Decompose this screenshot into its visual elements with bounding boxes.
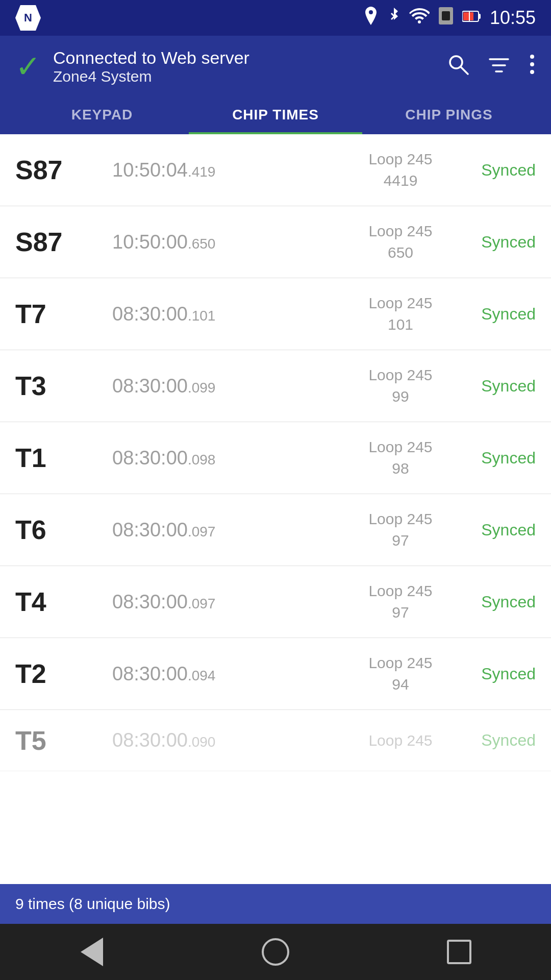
table-row: T6 08:30:00.097 Loop 24597 Synced <box>0 494 551 566</box>
time-main: 10:50:00 <box>112 231 188 253</box>
header-actions <box>447 53 536 81</box>
more-options-icon[interactable] <box>529 53 536 81</box>
location-icon <box>363 7 379 29</box>
bib-col: T7 <box>15 299 107 329</box>
table-row: S87 10:50:00.650 Loop 245650 Synced <box>0 206 551 278</box>
bib-col: T6 <box>15 514 107 545</box>
time-col: 08:30:00.098 <box>107 447 347 469</box>
nav-bar <box>0 924 551 980</box>
svg-point-13 <box>530 62 534 66</box>
time-ms: .094 <box>188 668 216 683</box>
tab-chip-times[interactable]: CHIP TIMES <box>189 95 362 134</box>
time-main: 08:30:00 <box>112 375 188 397</box>
nav-recent-button[interactable] <box>439 932 480 972</box>
tab-keypad[interactable]: KEYPAD <box>15 95 189 134</box>
table-row: T4 08:30:00.097 Loop 24597 Synced <box>0 566 551 638</box>
time-main: 08:30:00 <box>112 729 188 751</box>
time-main: 08:30:00 <box>112 303 188 325</box>
loop-col: Loop 24599 <box>347 364 454 407</box>
app-logo: N <box>15 5 41 31</box>
connection-status-text: Connected to Web server <box>53 48 249 68</box>
bib-col: T2 <box>15 658 107 689</box>
sync-status: Synced <box>454 161 536 180</box>
time-ms: .090 <box>188 734 216 750</box>
system-name: Zone4 System <box>53 68 249 85</box>
time-col: 08:30:00.090 <box>107 729 347 751</box>
table-row: S87 10:50:04.419 Loop 2454419 Synced <box>0 134 551 206</box>
sync-status: Synced <box>454 593 536 611</box>
bib-col: T3 <box>15 371 107 401</box>
bib-col: T4 <box>15 586 107 617</box>
time-col: 08:30:00.094 <box>107 663 347 685</box>
time-col: 10:50:00.650 <box>107 231 347 253</box>
header-left: ✓ Connected to Web server Zone4 System <box>15 48 249 85</box>
loop-col: Loop 245101 <box>347 292 454 335</box>
status-bar: N <box>0 0 551 36</box>
svg-point-14 <box>530 70 534 74</box>
svg-rect-1 <box>442 11 450 20</box>
nav-home-button[interactable] <box>255 932 296 972</box>
table-container: S87 10:50:04.419 Loop 2454419 Synced S87… <box>0 134 551 884</box>
sync-status: Synced <box>454 449 536 468</box>
time-main: 08:30:00 <box>112 447 188 469</box>
summary-text: 9 times (8 unique bibs) <box>15 895 170 912</box>
status-bar-right: 10:55 <box>363 7 536 29</box>
bluetooth-icon <box>388 7 400 29</box>
loop-col: Loop 24597 <box>347 580 454 623</box>
svg-point-12 <box>530 55 534 59</box>
time-main: 08:30:00 <box>112 663 188 684</box>
table-row: T1 08:30:00.098 Loop 24598 Synced <box>0 422 551 494</box>
bib-col: S87 <box>15 155 107 185</box>
loop-col: Loop 24597 <box>347 508 454 551</box>
battery-icon <box>462 9 481 28</box>
bib-col: T1 <box>15 443 107 473</box>
time-main: 10:50:04 <box>112 159 188 181</box>
table-row: T2 08:30:00.094 Loop 24594 Synced <box>0 638 551 710</box>
search-icon[interactable] <box>447 53 469 81</box>
time-col: 08:30:00.099 <box>107 375 347 397</box>
time-ms: .097 <box>188 524 216 540</box>
time-col: 10:50:04.419 <box>107 159 347 181</box>
loop-col: Loop 245650 <box>347 220 454 263</box>
svg-rect-3 <box>479 14 481 19</box>
sync-status: Synced <box>454 233 536 252</box>
home-icon <box>262 938 289 966</box>
loop-col: Loop 24598 <box>347 436 454 479</box>
loop-col: Loop 24594 <box>347 652 454 695</box>
sync-status: Synced <box>454 521 536 540</box>
sim-icon <box>439 7 453 29</box>
time-ms: .101 <box>188 308 216 324</box>
wifi-icon <box>409 8 430 28</box>
status-time: 10:55 <box>490 7 536 29</box>
time-ms: .419 <box>188 164 216 180</box>
time-ms: .097 <box>188 596 216 611</box>
sync-status: Synced <box>454 305 536 324</box>
status-bar-left: N <box>15 5 41 31</box>
header-text: Connected to Web server Zone4 System <box>53 48 249 85</box>
back-icon <box>81 938 103 966</box>
filter-icon[interactable] <box>488 54 510 80</box>
time-ms: .650 <box>188 236 216 252</box>
time-main: 08:30:00 <box>112 519 188 541</box>
time-main: 08:30:00 <box>112 591 188 612</box>
recent-icon <box>447 940 471 964</box>
nav-back-button[interactable] <box>71 932 112 972</box>
bib-col: S87 <box>15 227 107 257</box>
header-top: ✓ Connected to Web server Zone4 System <box>15 48 536 95</box>
loop-col: Loop 245 <box>347 730 454 751</box>
time-col: 08:30:00.097 <box>107 519 347 541</box>
time-ms: .098 <box>188 452 216 468</box>
tabs: KEYPAD CHIP TIMES CHIP PINGS <box>15 95 536 134</box>
time-ms: .099 <box>188 380 216 396</box>
table-row: T3 08:30:00.099 Loop 24599 Synced <box>0 350 551 422</box>
connection-status-icon: ✓ <box>15 52 41 82</box>
sync-status: Synced <box>454 731 536 750</box>
app-header: ✓ Connected to Web server Zone4 System <box>0 36 551 134</box>
loop-col: Loop 2454419 <box>347 149 454 191</box>
sync-status: Synced <box>454 377 536 396</box>
time-col: 08:30:00.097 <box>107 591 347 613</box>
svg-line-8 <box>461 67 468 74</box>
tab-chip-pings[interactable]: CHIP PINGS <box>362 95 536 134</box>
table-row: T5 08:30:00.090 Loop 245 Synced <box>0 710 551 771</box>
sync-status: Synced <box>454 665 536 683</box>
